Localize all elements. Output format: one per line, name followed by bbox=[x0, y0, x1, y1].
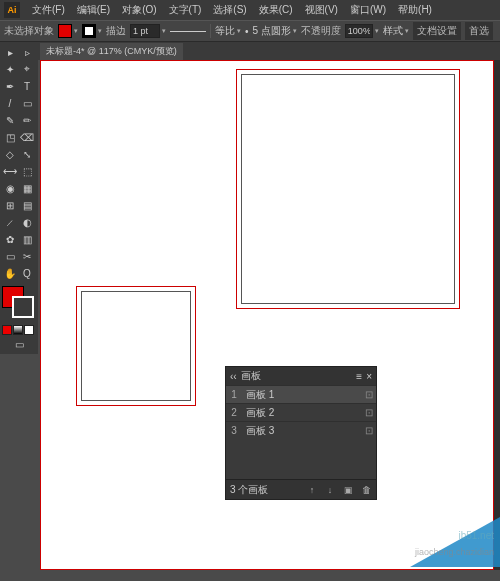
prefs-button[interactable]: 首选 bbox=[465, 22, 493, 40]
document-tab-bar: 未标题-4* @ 117% (CMYK/预览) bbox=[0, 42, 500, 60]
artboard-tool[interactable]: ▭ bbox=[2, 248, 18, 264]
artboard-options-icon[interactable]: ⊡ bbox=[362, 425, 376, 436]
gradient-tool[interactable]: ▤ bbox=[19, 197, 35, 213]
chevron-down-icon: ▾ bbox=[375, 27, 379, 35]
move-down-icon[interactable]: ↓ bbox=[324, 484, 336, 496]
fill-color-icon bbox=[58, 24, 72, 38]
color-mode-row bbox=[2, 325, 36, 335]
artboard-1[interactable] bbox=[236, 69, 460, 309]
chevron-down-icon: ▾ bbox=[98, 27, 102, 35]
rotate-tool[interactable]: ◇ bbox=[2, 146, 18, 162]
separator bbox=[210, 24, 211, 38]
paintbrush-tool[interactable]: ✎ bbox=[2, 112, 18, 128]
menu-effect[interactable]: 效果(C) bbox=[253, 3, 299, 17]
eraser-tool[interactable]: ⌫ bbox=[19, 129, 35, 145]
symbol-sprayer-tool[interactable]: ✿ bbox=[2, 231, 18, 247]
panel-footer: 3 个画板 ↑ ↓ ▣ 🗑 bbox=[226, 479, 376, 499]
free-transform-tool[interactable]: ⬚ bbox=[19, 163, 35, 179]
stroke-swatch[interactable]: ▾ bbox=[82, 24, 102, 38]
color-mode-color[interactable] bbox=[2, 325, 12, 335]
chevron-down-icon: ▾ bbox=[293, 27, 297, 35]
document-tab[interactable]: 未标题-4* @ 117% (CMYK/预览) bbox=[40, 43, 183, 60]
artboard-name: 画板 2 bbox=[242, 406, 362, 420]
vertical-scrollbar[interactable] bbox=[494, 60, 500, 570]
menu-file[interactable]: 文件(F) bbox=[26, 3, 71, 17]
menu-type[interactable]: 文字(T) bbox=[163, 3, 208, 17]
zoom-tool[interactable]: Q bbox=[19, 265, 35, 281]
graph-tool[interactable]: ▥ bbox=[19, 231, 35, 247]
artboard-index: 1 bbox=[226, 389, 242, 400]
fill-swatch[interactable]: ▾ bbox=[58, 24, 78, 38]
menu-select[interactable]: 选择(S) bbox=[207, 3, 252, 17]
menu-view[interactable]: 视图(V) bbox=[299, 3, 344, 17]
dot-icon: • bbox=[245, 26, 249, 37]
artboard-name: 画板 1 bbox=[242, 388, 362, 402]
shape-builder-tool[interactable]: ◉ bbox=[2, 180, 18, 196]
artboard-options-icon[interactable]: ⊡ bbox=[362, 389, 376, 400]
doc-setup-button[interactable]: 文档设置 bbox=[413, 22, 461, 40]
scale-tool[interactable]: ⤡ bbox=[19, 146, 35, 162]
stroke-weight-field[interactable] bbox=[130, 24, 160, 38]
app-logo-text: Ai bbox=[8, 5, 17, 15]
panel-menu-icon[interactable]: ≡ bbox=[356, 371, 362, 382]
blend-tool[interactable]: ◐ bbox=[19, 214, 35, 230]
artboards-panel: ‹‹ 画板 ≡ × 1 画板 1 ⊡ 2 画板 2 ⊡ 3 画板 3 ⊡ 3 个… bbox=[225, 366, 377, 500]
color-mode-none[interactable] bbox=[24, 325, 34, 335]
corner-dropdown[interactable]: 5 点圆形▾ bbox=[253, 24, 297, 38]
fill-stroke-swatch[interactable] bbox=[2, 286, 36, 322]
perspective-tool[interactable]: ▦ bbox=[19, 180, 35, 196]
chevron-down-icon: ▾ bbox=[74, 27, 78, 35]
stroke-weight-input[interactable]: ▾ bbox=[130, 24, 166, 38]
color-mode-gradient[interactable] bbox=[13, 325, 23, 335]
artboard-name: 画板 3 bbox=[242, 424, 362, 438]
line-tool[interactable]: / bbox=[2, 95, 18, 111]
panel-collapse-icon[interactable]: ‹‹ bbox=[230, 371, 237, 382]
artboard-options-icon[interactable]: ⊡ bbox=[362, 407, 376, 418]
pen-tool[interactable]: ✒ bbox=[2, 78, 18, 94]
canvas-area[interactable] bbox=[40, 60, 500, 581]
control-bar: 未选择对象 ▾ ▾ 描边 ▾ 等比▾ • 5 点圆形▾ 不透明度 ▾ 样式▾ 文… bbox=[0, 20, 500, 42]
rectangle-shape[interactable] bbox=[81, 291, 191, 401]
panel-title: 画板 bbox=[241, 369, 261, 383]
mesh-tool[interactable]: ⊞ bbox=[2, 197, 18, 213]
hand-tool[interactable]: ✋ bbox=[2, 265, 18, 281]
direct-selection-tool[interactable]: ▹ bbox=[19, 44, 35, 60]
screen-mode-tool[interactable]: ▭ bbox=[2, 336, 36, 352]
magic-wand-tool[interactable]: ✦ bbox=[2, 61, 18, 77]
artboard-count: 3 个画板 bbox=[230, 483, 268, 497]
type-tool[interactable]: T bbox=[19, 78, 35, 94]
artboard-2[interactable] bbox=[76, 286, 196, 406]
delete-artboard-icon[interactable]: 🗑 bbox=[360, 484, 372, 496]
lasso-tool[interactable]: ⌖ bbox=[19, 61, 35, 77]
no-selection-label: 未选择对象 bbox=[4, 24, 54, 38]
new-artboard-icon[interactable]: ▣ bbox=[342, 484, 354, 496]
move-up-icon[interactable]: ↑ bbox=[306, 484, 318, 496]
panel-header[interactable]: ‹‹ 画板 ≡ × bbox=[226, 367, 376, 385]
width-tool[interactable]: ⟷ bbox=[2, 163, 18, 179]
opacity-input[interactable]: ▾ bbox=[345, 24, 379, 38]
panel-close-icon[interactable]: × bbox=[366, 371, 372, 382]
rectangle-shape[interactable] bbox=[241, 74, 455, 304]
artboard-row[interactable]: 3 画板 3 ⊡ bbox=[226, 421, 376, 439]
chevron-down-icon: ▾ bbox=[237, 27, 241, 35]
scale-dropdown[interactable]: 等比▾ bbox=[215, 24, 241, 38]
menu-object[interactable]: 对象(O) bbox=[116, 3, 162, 17]
menu-edit[interactable]: 编辑(E) bbox=[71, 3, 116, 17]
rectangle-tool[interactable]: ▭ bbox=[19, 95, 35, 111]
menu-window[interactable]: 窗口(W) bbox=[344, 3, 392, 17]
artboard-row[interactable]: 2 画板 2 ⊡ bbox=[226, 403, 376, 421]
app-logo: Ai bbox=[4, 2, 20, 18]
opacity-field[interactable] bbox=[345, 24, 373, 38]
stroke-swatch-icon bbox=[12, 296, 34, 318]
pencil-tool[interactable]: ✏ bbox=[19, 112, 35, 128]
menu-help[interactable]: 帮助(H) bbox=[392, 3, 438, 17]
slice-tool[interactable]: ✂ bbox=[19, 248, 35, 264]
eyedropper-tool[interactable]: ⟋ bbox=[2, 214, 18, 230]
tool-panel: ▸ ▹ ✦ ⌖ ✒ T / ▭ ✎ ✏ ◳ ⌫ ◇ ⤡ ⟷ ⬚ ◉ ▦ ⊞ ▤ … bbox=[0, 42, 38, 354]
artboard-row[interactable]: 1 画板 1 ⊡ bbox=[226, 385, 376, 403]
stroke-preview-icon[interactable] bbox=[170, 31, 206, 32]
style-dropdown[interactable]: 样式▾ bbox=[383, 24, 409, 38]
blob-brush-tool[interactable]: ◳ bbox=[2, 129, 18, 145]
chevron-down-icon: ▾ bbox=[162, 27, 166, 35]
selection-tool[interactable]: ▸ bbox=[2, 44, 18, 60]
